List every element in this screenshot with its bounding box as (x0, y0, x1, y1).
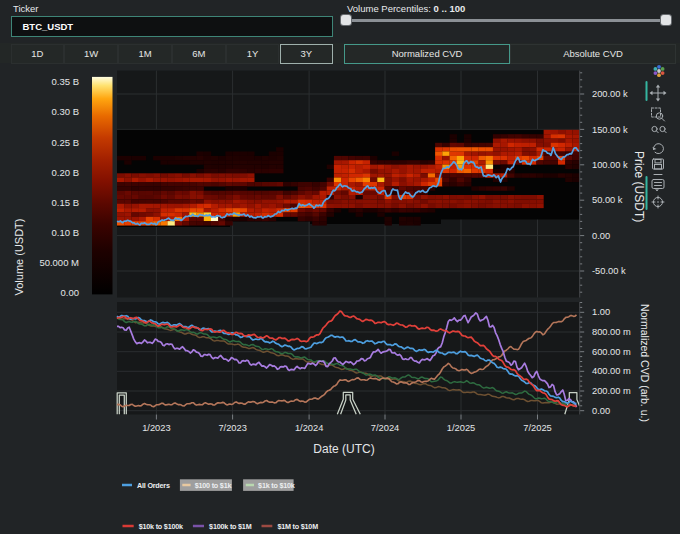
svg-text:50.000 M: 50.000 M (39, 257, 79, 268)
svg-text:1/2023: 1/2023 (142, 423, 170, 433)
svg-text:0.00: 0.00 (61, 287, 80, 298)
svg-text:$1M to $10M: $1M to $10M (277, 522, 318, 531)
svg-text:-50.00 k: -50.00 k (592, 266, 626, 276)
svg-text:800.00 m: 800.00 m (592, 327, 631, 337)
svg-text:1/2025: 1/2025 (447, 423, 475, 433)
svg-text:0.00: 0.00 (592, 231, 610, 241)
svg-text:Normalized CVD (arb. u.): Normalized CVD (arb. u.) (639, 304, 651, 422)
svg-text:400.00 m: 400.00 m (592, 366, 631, 376)
svg-text:0.20 B: 0.20 B (52, 167, 79, 178)
svg-text:0.35 B: 0.35 B (52, 76, 79, 87)
svg-text:600.00 m: 600.00 m (592, 347, 631, 357)
svg-text:7/2024: 7/2024 (371, 423, 399, 433)
svg-text:7/2025: 7/2025 (523, 423, 551, 433)
svg-text:0.30 B: 0.30 B (52, 106, 79, 117)
svg-text:200.00 k: 200.00 k (592, 89, 628, 99)
svg-text:Price (USDT): Price (USDT) (632, 151, 646, 222)
svg-text:Volume (USDT): Volume (USDT) (13, 218, 25, 295)
svg-text:50.00 k: 50.00 k (592, 195, 623, 205)
svg-text:1.00: 1.00 (592, 307, 610, 317)
svg-text:7/2023: 7/2023 (218, 423, 246, 433)
svg-text:$100k to $1M: $100k to $1M (209, 522, 252, 531)
svg-text:0.15 B: 0.15 B (52, 197, 79, 208)
svg-text:100.00 k: 100.00 k (592, 160, 628, 170)
svg-text:0.10 B: 0.10 B (52, 227, 79, 238)
svg-text:0.00: 0.00 (592, 406, 610, 416)
svg-text:150.00 k: 150.00 k (592, 125, 628, 135)
svg-text:Date (UTC): Date (UTC) (313, 442, 374, 456)
svg-text:$100 to $1k: $100 to $1k (195, 481, 232, 490)
svg-text:$1k to $10k: $1k to $10k (258, 481, 295, 490)
svg-text:200.00 m: 200.00 m (592, 386, 631, 396)
svg-text:$10k to $100k: $10k to $100k (139, 522, 183, 531)
svg-text:All Orders: All Orders (137, 481, 170, 490)
svg-text:1/2024: 1/2024 (295, 423, 323, 433)
svg-text:0.25 B: 0.25 B (52, 137, 79, 148)
